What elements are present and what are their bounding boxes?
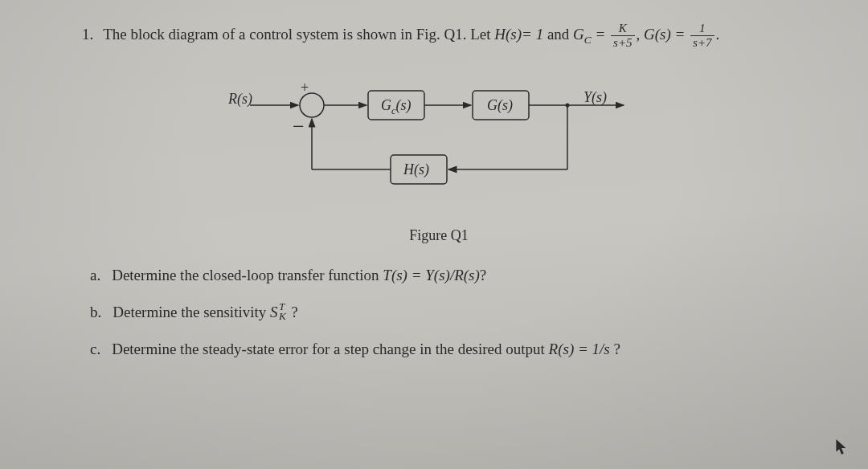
question-number: 1. [82, 22, 93, 49]
label-G: G(s) [487, 97, 513, 114]
part-b-label: b. [90, 304, 101, 321]
question-text-pre: The block diagram of a control system is… [103, 26, 494, 43]
fraction-G: 1 s+7 [690, 22, 714, 49]
label-Y: Y(s) [583, 89, 607, 106]
fraction-Gc: K s+5 [611, 22, 634, 49]
part-a: a. Determine the closed-loop transfer fu… [82, 267, 796, 284]
cursor-icon [834, 438, 849, 456]
sensitivity-symbol: STK [270, 304, 278, 321]
block-diagram: R(s) + − Gc(s) G(s) Y(s) H(s) [222, 75, 656, 211]
label-R: R(s) [228, 91, 252, 108]
plus-sign: + [301, 80, 309, 96]
sub-questions: a. Determine the closed-loop transfer fu… [82, 267, 796, 358]
label-H: H(s) [403, 161, 429, 178]
equation-H: H(s) [494, 26, 522, 43]
equation-R-step: R(s) = 1/s [549, 341, 610, 357]
question-header: 1. The block diagram of a control system… [82, 22, 796, 49]
svg-point-12 [566, 104, 570, 108]
part-c-label: c. [90, 341, 100, 358]
figure-caption: Figure Q1 [82, 227, 796, 244]
minus-sign: − [293, 115, 305, 139]
question-text: The block diagram of a control system is… [103, 22, 796, 49]
equation-Gc: GC = [573, 26, 609, 43]
equation-T: T(s) = Y(s)/R(s) [383, 267, 480, 283]
part-c-text: Determine the steady-state error for a s… [112, 341, 796, 358]
svg-point-1 [300, 93, 324, 117]
label-Gc: Gc(s) [381, 97, 411, 117]
part-b: b. Determine the sensitivity STK ? [82, 304, 796, 321]
equation-G: G(s) = [644, 26, 689, 43]
part-b-text: Determine the sensitivity STK ? [113, 304, 796, 321]
part-c: c. Determine the steady-state error for … [82, 341, 796, 358]
part-a-label: a. [90, 267, 100, 284]
part-a-text: Determine the closed-loop transfer funct… [112, 267, 796, 284]
